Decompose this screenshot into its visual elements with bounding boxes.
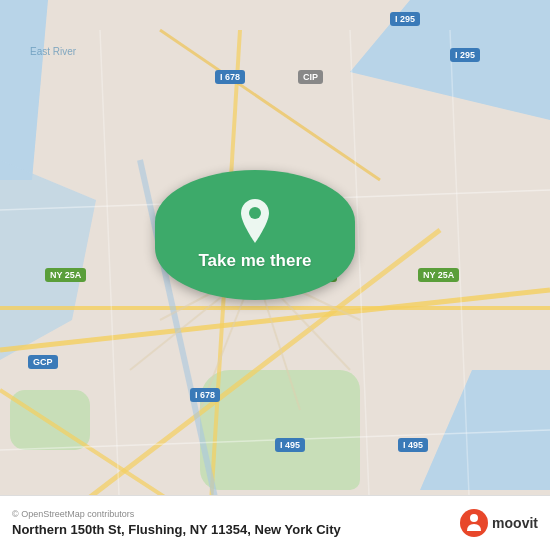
svg-line-15: [100, 30, 120, 520]
moovit-logo: moovit: [460, 509, 538, 537]
moovit-text: moovit: [492, 515, 538, 531]
road-badge-i678-bottom: I 678: [190, 388, 220, 402]
take-me-there-container: Take me there: [155, 170, 355, 300]
road-badge-i295-right: I 295: [450, 48, 480, 62]
moovit-icon: [460, 509, 488, 537]
road-badge-ny25a-right: NY 25A: [418, 268, 459, 282]
road-badge-i495-left: I 495: [275, 438, 305, 452]
take-me-there-button[interactable]: Take me there: [155, 170, 355, 300]
road-badge-gcp: GCP: [28, 355, 58, 369]
road-badge-i678-top: I 678: [215, 70, 245, 84]
location-pin-icon: [237, 199, 273, 243]
road-badge-i495-right: I 495: [398, 438, 428, 452]
park-bottom-center: [200, 370, 360, 490]
water-top-left: [0, 0, 80, 180]
footer-left: © OpenStreetMap contributors Northern 15…: [12, 509, 341, 537]
road-badge-i295-top: I 295: [390, 12, 420, 26]
svg-line-5: [160, 30, 380, 180]
map-footer: © OpenStreetMap contributors Northern 15…: [0, 495, 550, 550]
road-badge-cip: CIP: [298, 70, 323, 84]
map-container: East River I 295 I 295 I 678 CIP NY 25A …: [0, 0, 550, 550]
svg-point-20: [470, 514, 478, 522]
water-left: [0, 160, 120, 360]
park-bottom-left: [10, 390, 90, 450]
take-me-there-label: Take me there: [198, 251, 311, 271]
osm-credit: © OpenStreetMap contributors: [12, 509, 341, 519]
svg-point-19: [249, 207, 261, 219]
water-bottom-right: [420, 370, 550, 490]
address-text: Northern 150th St, Flushing, NY 11354, N…: [12, 522, 341, 537]
road-badge-ny25a-left: NY 25A: [45, 268, 86, 282]
moovit-person-icon: [465, 513, 483, 533]
